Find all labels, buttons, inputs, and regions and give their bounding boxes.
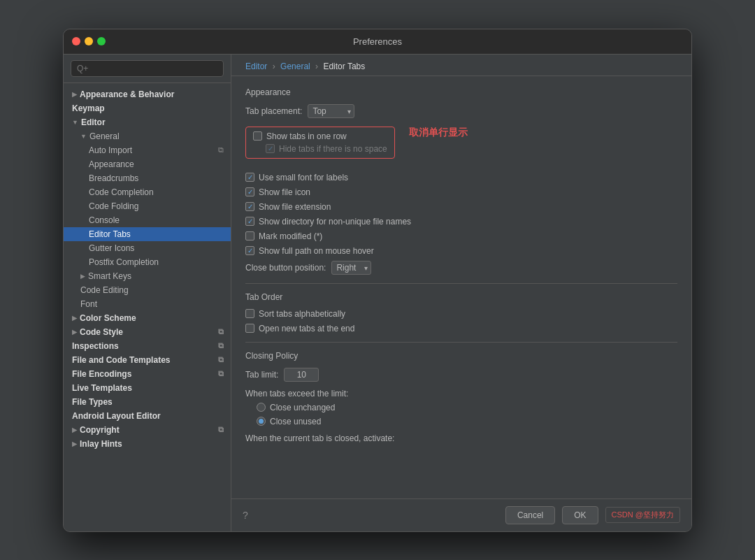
small-font-row: Use small font for labels: [245, 173, 677, 182]
copy-icon: ⧉: [218, 355, 224, 364]
small-font-label: Use small font for labels: [259, 173, 348, 182]
sidebar-item-code-editing[interactable]: Code Editing: [64, 283, 231, 297]
tabs-row-group: Show tabs in one row Hide tabs if there …: [245, 127, 677, 166]
help-button[interactable]: ?: [243, 510, 248, 521]
tab-limit-input[interactable]: [284, 368, 319, 382]
chevron-icon: ▼: [72, 119, 78, 126]
sidebar-item-console[interactable]: Console: [64, 213, 231, 227]
sidebar: ▶ Appearance & Behavior Keymap ▼ Editor …: [64, 55, 231, 531]
sidebar-item-gutter-icons[interactable]: Gutter Icons: [64, 241, 231, 255]
when-closed-label: When the current tab is closed, activate…: [245, 433, 394, 443]
sort-tabs-row: Sort tabs alphabetically: [245, 309, 677, 319]
show-directory-checkbox[interactable]: [245, 217, 254, 226]
close-button-row: Close button position: Right Left None: [245, 261, 677, 275]
sidebar-item-live-templates[interactable]: Live Templates: [64, 381, 231, 395]
divider-2: [245, 342, 677, 343]
search-input[interactable]: [71, 60, 224, 77]
show-icon-checkbox[interactable]: [245, 187, 254, 196]
show-directory-row: Show directory for non-unique file names: [245, 217, 677, 227]
sidebar-item-appearance-behavior[interactable]: ▶ Appearance & Behavior: [64, 87, 231, 101]
tab-limit-row: Tab limit:: [245, 368, 677, 382]
sidebar-item-auto-import[interactable]: Auto Import ⧉: [64, 143, 231, 157]
full-path-row: Show full path on mouse hover: [245, 246, 677, 256]
footer-actions: Cancel OK CSDN @坚持努力: [505, 506, 680, 524]
sidebar-item-android-layout-editor[interactable]: Android Layout Editor: [64, 409, 231, 423]
window-title: Preferences: [353, 36, 402, 47]
sidebar-item-smart-keys[interactable]: ▶ Smart Keys: [64, 269, 231, 283]
tab-placement-dropdown-wrapper: Top Bottom Left Right None: [308, 104, 354, 118]
hide-tabs-checkbox[interactable]: [266, 144, 275, 153]
sort-tabs-checkbox[interactable]: [245, 309, 254, 318]
show-tabs-group: Show tabs in one row Hide tabs if there …: [245, 127, 395, 159]
sidebar-item-file-encodings[interactable]: File Encodings ⧉: [64, 367, 231, 381]
close-button-dropdown[interactable]: Right Left None: [331, 261, 371, 275]
watermark: CSDN @坚持努力: [605, 507, 680, 523]
sidebar-item-appearance-sub[interactable]: Appearance: [64, 157, 231, 171]
close-button-dropdown-wrapper: Right Left None: [331, 261, 371, 275]
show-extension-checkbox[interactable]: [245, 202, 254, 211]
sidebar-item-inspections[interactable]: Inspections ⧉: [64, 339, 231, 353]
settings-panel: Appearance Tab placement: Top Bottom Lef…: [231, 76, 691, 498]
chevron-icon: ▶: [72, 440, 77, 447]
sidebar-item-copyright[interactable]: ▶ Copyright ⧉: [64, 423, 231, 437]
open-new-tabs-row: Open new tabs at the end: [245, 324, 677, 333]
sidebar-item-breadcrumbs[interactable]: Breadcrumbs: [64, 171, 231, 185]
sidebar-item-code-style[interactable]: ▶ Code Style ⧉: [64, 325, 231, 339]
appearance-section-title: Appearance: [245, 87, 677, 97]
tab-placement-dropdown[interactable]: Top Bottom Left Right None: [308, 104, 354, 118]
sidebar-item-keymap[interactable]: Keymap: [64, 101, 231, 115]
show-tabs-checkbox[interactable]: [253, 131, 262, 141]
mark-modified-checkbox[interactable]: [245, 231, 254, 240]
close-unused-row: Close unused: [245, 417, 677, 426]
small-font-checkbox[interactable]: [245, 173, 254, 182]
hide-tabs-label: Hide tabs if there is no space: [279, 144, 387, 154]
sidebar-item-font[interactable]: Font: [64, 297, 231, 311]
closing-policy-section-title: Closing Policy: [245, 351, 677, 361]
chevron-icon: ▼: [80, 133, 87, 140]
main-content: Editor › General › Editor Tabs Appearanc…: [231, 55, 691, 531]
titlebar: Preferences: [64, 29, 691, 55]
sort-tabs-label: Sort tabs alphabetically: [259, 309, 345, 319]
copy-icon: ⧉: [218, 327, 224, 336]
cancel-button[interactable]: Cancel: [505, 506, 555, 524]
when-exceed-row: When tabs exceed the limit:: [245, 389, 677, 399]
chevron-icon: ▶: [72, 329, 77, 336]
full-path-label: Show full path on mouse hover: [259, 246, 374, 256]
preferences-window: Preferences ▶ Appearance & Behavior Keym…: [63, 29, 692, 532]
sidebar-tree: ▶ Appearance & Behavior Keymap ▼ Editor …: [64, 83, 231, 531]
sidebar-item-editor-tabs[interactable]: Editor Tabs: [64, 227, 231, 241]
show-tabs-label: Show tabs in one row: [266, 131, 347, 141]
show-tabs-row: Show tabs in one row: [253, 131, 387, 141]
close-unused-radio[interactable]: [257, 417, 266, 426]
ok-button[interactable]: OK: [562, 506, 598, 524]
sidebar-item-postfix-completion[interactable]: Postfix Completion: [64, 255, 231, 269]
sidebar-item-editor[interactable]: ▼ Editor: [64, 115, 231, 129]
sidebar-item-inlay-hints[interactable]: ▶ Inlay Hints: [64, 437, 231, 451]
chevron-icon: ▶: [72, 91, 77, 98]
open-new-tabs-checkbox[interactable]: [245, 324, 254, 333]
sidebar-item-general[interactable]: ▼ General: [64, 129, 231, 143]
sidebar-item-color-scheme[interactable]: ▶ Color Scheme: [64, 311, 231, 325]
sidebar-item-code-completion[interactable]: Code Completion: [64, 185, 231, 199]
minimize-button[interactable]: [85, 37, 93, 45]
close-unchanged-radio[interactable]: [257, 403, 266, 412]
footer: ? Cancel OK CSDN @坚持努力: [231, 498, 691, 531]
hide-tabs-row: Hide tabs if there is no space: [253, 144, 387, 154]
sidebar-item-file-code-templates[interactable]: File and Code Templates ⧉: [64, 353, 231, 367]
copy-icon: ⧉: [218, 145, 224, 155]
show-extension-label: Show file extension: [259, 202, 331, 212]
breadcrumb: Editor › General › Editor Tabs: [231, 55, 691, 76]
tab-order-section-title: Tab Order: [245, 292, 677, 302]
maximize-button[interactable]: [97, 37, 106, 45]
sidebar-item-file-types[interactable]: File Types: [64, 395, 231, 409]
sidebar-item-code-folding[interactable]: Code Folding: [64, 199, 231, 213]
close-button[interactable]: [72, 37, 80, 45]
show-icon-label: Show file icon: [259, 187, 310, 197]
search-bar: [64, 55, 231, 83]
mark-modified-row: Mark modified (*): [245, 231, 677, 241]
annotation-text: 取消单行显示: [409, 127, 468, 139]
tab-limit-label: Tab limit:: [245, 370, 278, 380]
full-path-checkbox[interactable]: [245, 246, 254, 255]
close-unused-label: Close unused: [270, 417, 321, 426]
tab-placement-row: Tab placement: Top Bottom Left Right Non…: [245, 104, 677, 118]
